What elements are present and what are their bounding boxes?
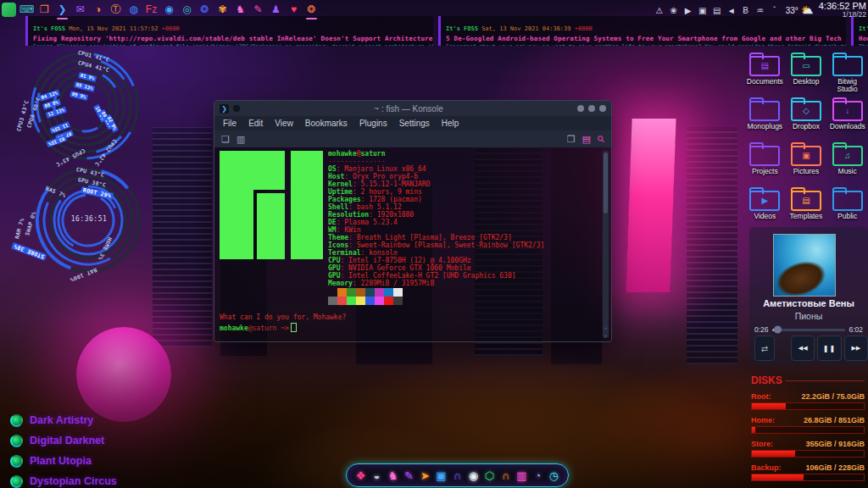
globe-app-icon[interactable]: ❂ xyxy=(198,3,212,17)
desktop-icon-label: Desktop xyxy=(786,78,826,86)
scrollbar-thumb[interactable] xyxy=(604,152,608,214)
shortcut-plant-utopia[interactable]: Plant Utopia xyxy=(10,451,117,471)
split-view-icon[interactable]: ▥ xyxy=(236,135,245,144)
desktop-icon-pictures[interactable]: ▣Pictures xyxy=(786,142,826,187)
clock-dock-icon[interactable]: ◷ xyxy=(547,469,561,483)
headset-app-icon[interactable]: ∩ xyxy=(498,469,513,483)
web-browser-icon[interactable]: ◍ xyxy=(126,3,141,17)
scrollbar-chevrons[interactable]: ⌃⌄ xyxy=(603,327,609,337)
ticker-headline[interactable]: How to Sw xyxy=(859,34,868,43)
blender-icon[interactable]: ➤ xyxy=(418,469,432,483)
darktable-icon[interactable]: ◒ xyxy=(370,469,384,483)
desktop-icon-public[interactable]: Public xyxy=(827,187,868,232)
terminal-icon[interactable]: ❯ xyxy=(55,3,70,17)
media-play-icon[interactable]: ▶ xyxy=(682,4,694,16)
music-player-widget[interactable]: Аметистовые Вены Пионы 0:26 6:02 ⇄ ◀◀ ❚❚… xyxy=(749,227,868,366)
desktop-icon-monoplugs[interactable]: Monoplugs xyxy=(744,97,785,142)
desktop-icon-bitwig-studio[interactable]: Bitwig Studio xyxy=(827,53,868,97)
mail-icon[interactable]: ✉ xyxy=(73,3,87,17)
desktop-icon-desktop[interactable]: ▭Desktop xyxy=(786,53,826,97)
volume-icon[interactable]: ◄ xyxy=(726,4,737,16)
desktop-icon-documents[interactable]: ▤Documents xyxy=(744,53,785,97)
clock-app-icon[interactable]: ◑ xyxy=(91,3,105,17)
desktop-icon-templates[interactable]: ▤Templates xyxy=(786,187,826,232)
games-icon[interactable]: ⬡ xyxy=(482,469,497,483)
thunderbird-icon[interactable]: Ⓣ xyxy=(108,3,123,17)
menu-view[interactable]: View xyxy=(275,119,293,128)
neofetch-value: : KWin xyxy=(337,226,361,234)
menu-settings[interactable]: Settings xyxy=(399,119,430,128)
close-button[interactable] xyxy=(599,105,606,112)
menu-edit[interactable]: Edit xyxy=(248,119,263,128)
menu-file[interactable]: File xyxy=(223,119,236,128)
obs-icon[interactable]: ◔ xyxy=(531,469,545,483)
file-manager-icon[interactable]: ❐ xyxy=(37,3,52,17)
shortcut-dark-artistry[interactable]: Dark Artistry xyxy=(10,410,117,430)
maximize-button[interactable] xyxy=(588,105,595,112)
previous-button[interactable]: ◀◀ xyxy=(791,336,815,361)
browser-2-icon[interactable]: ◉ xyxy=(162,3,176,17)
new-tab-icon[interactable]: ❏ xyxy=(221,135,230,144)
editor-icon[interactable]: ✎ xyxy=(251,3,265,17)
network-wifi-icon[interactable]: ♒ xyxy=(754,4,766,16)
contacts-icon[interactable]: ♟ xyxy=(269,3,283,17)
cube-app-icon[interactable]: ▣ xyxy=(434,469,448,483)
copy-icon[interactable]: ❐ xyxy=(567,135,576,144)
shell-prompt[interactable]: mohawke@saturn ~> xyxy=(220,323,297,332)
desktop-icon-downloads[interactable]: ↓Downloads xyxy=(827,97,868,142)
menu-help[interactable]: Help xyxy=(442,119,459,128)
gimp-icon[interactable]: ❖ xyxy=(353,469,368,483)
notification-warning-icon[interactable]: ⚠ xyxy=(654,4,665,16)
search-icon[interactable]: ⚲ xyxy=(595,133,606,144)
application-dock[interactable]: ❖◒♞✎➤▣∩◉⬡∩▥◔◷ xyxy=(346,463,569,487)
settings-ring-icon[interactable]: ◎ xyxy=(180,3,194,17)
clipboard-icon[interactable]: ▤ xyxy=(711,4,723,16)
paw-app-icon[interactable]: ✾ xyxy=(215,3,230,17)
desktop-screen: ⌨❐❯✉◑Ⓣ◍Fz◉◎❂✾♞✎♟♥❂ ⚠❀▶▣▤◄Ƀ♒ˇ 33° ⛅ 4:36:… xyxy=(0,0,868,488)
music-app-icon[interactable]: ∩ xyxy=(450,469,465,483)
health-app-icon[interactable]: ♥ xyxy=(287,3,301,17)
clock-widget[interactable]: 4:36:52 PM 1/18/22 xyxy=(819,2,866,19)
planet-app-icon[interactable]: ❂ xyxy=(304,3,319,17)
next-button[interactable]: ▶▶ xyxy=(844,336,868,361)
manjaro-menu-icon[interactable] xyxy=(2,3,16,17)
folder-icon xyxy=(832,187,863,211)
progress-bar[interactable] xyxy=(772,329,846,331)
desktop-icon-dropbox[interactable]: ◇Dropbox xyxy=(786,97,826,142)
desktop-icon-projects[interactable]: Projects xyxy=(744,142,785,187)
globe-icon xyxy=(10,435,23,447)
konsole-window[interactable]: ❯ ~ : fish — Konsole File Edit View Book… xyxy=(214,100,612,342)
bluetooth-icon[interactable]: Ƀ xyxy=(740,4,752,16)
disk-row: Backup:106GiB / 228GiB xyxy=(751,463,865,481)
minimize-button[interactable] xyxy=(577,105,584,112)
menu-bookmarks[interactable]: Bookmarks xyxy=(305,119,348,128)
progress-knob[interactable] xyxy=(774,326,782,334)
rss-ticker-2[interactable]: It's FOSS Sat, 13 Nov 2021 04:36:39 +000… xyxy=(438,16,846,46)
pause-button[interactable]: ❚❚ xyxy=(817,336,841,361)
krita-dock-icon[interactable]: ♞ xyxy=(386,469,400,483)
mixer-icon[interactable]: ▥ xyxy=(515,469,529,483)
desktop-icon-videos[interactable]: ▶Videos xyxy=(744,187,785,232)
window-titlebar[interactable]: ❯ ~ : fish — Konsole xyxy=(214,101,611,116)
shortcut-dystopian-circus[interactable]: Dystopian Circus xyxy=(10,471,117,488)
scrollbar[interactable]: ⌃⌄ xyxy=(603,151,609,338)
rss-ticker-1[interactable]: It's FOSS Mon, 15 Nov 2021 11:57:52 +060… xyxy=(25,16,433,46)
ticker-headline[interactable]: Fixing Repository 'http://repo.vivaldi.c… xyxy=(33,34,428,43)
pen-tool-icon[interactable]: ✎ xyxy=(402,469,416,483)
krita-icon[interactable]: ♞ xyxy=(233,3,248,17)
shortcut-digital-darknet[interactable]: Digital Darknet xyxy=(10,430,117,451)
menu-plugins[interactable]: Plugins xyxy=(359,119,387,128)
paste-icon[interactable]: ▤ xyxy=(582,135,591,144)
plasma-flower-icon[interactable]: ❀ xyxy=(668,4,680,16)
shuffle-button[interactable]: ⇄ xyxy=(754,336,775,361)
expand-chevron-icon[interactable]: ˇ xyxy=(769,4,781,16)
keyboard-icon[interactable]: ⌨ xyxy=(19,3,34,17)
desktop-icon-music[interactable]: ♫Music xyxy=(827,142,868,187)
rss-ticker-3[interactable]: It's FOSS How to Sw The default Ad xyxy=(851,16,868,46)
weather-icon[interactable]: ⛅ xyxy=(801,4,814,16)
audacity-icon[interactable]: ◉ xyxy=(466,469,481,483)
ticker-headline[interactable]: 5 De-Googled Android-based Operating Sys… xyxy=(446,34,841,43)
files-tray-icon[interactable]: ▣ xyxy=(697,4,709,16)
terminal-content[interactable]: mohawke@saturn -------------- OS: Manjar… xyxy=(214,147,611,341)
filezilla-icon[interactable]: Fz xyxy=(144,3,159,17)
